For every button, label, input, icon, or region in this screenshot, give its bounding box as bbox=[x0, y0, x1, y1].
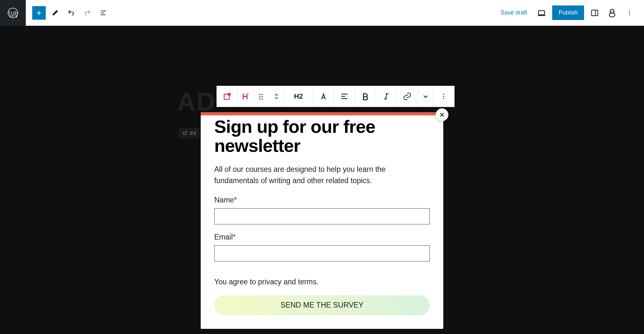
heading-block-button[interactable] bbox=[238, 86, 253, 107]
dots-vertical-icon bbox=[626, 9, 633, 17]
svg-point-12 bbox=[262, 94, 263, 95]
wordpress-icon bbox=[7, 7, 19, 19]
terms-text[interactable]: You agree to privacy and terms. bbox=[214, 278, 430, 286]
block-more-button[interactable] bbox=[433, 86, 454, 107]
link-icon bbox=[403, 92, 412, 101]
text-transform-button[interactable] bbox=[313, 86, 334, 107]
bold-button[interactable] bbox=[355, 86, 376, 107]
preview-button[interactable] bbox=[535, 6, 548, 20]
modal-accent-bar bbox=[201, 112, 443, 115]
svg-point-13 bbox=[259, 96, 261, 97]
save-draft-button[interactable]: Save draft bbox=[497, 7, 531, 19]
editor-topbar: Save draft Publish bbox=[0, 0, 644, 26]
sidebar-icon bbox=[591, 9, 599, 17]
dots-vertical-icon bbox=[439, 92, 448, 101]
wordpress-logo[interactable] bbox=[0, 0, 26, 26]
svg-point-6 bbox=[612, 11, 613, 12]
drag-handle[interactable] bbox=[253, 86, 269, 107]
device-icon bbox=[537, 8, 546, 17]
drag-icon bbox=[256, 92, 265, 101]
svg-point-8 bbox=[629, 12, 630, 13]
bg-edit-label: Ed bbox=[190, 130, 196, 136]
left-toolbar bbox=[26, 6, 110, 20]
email-input[interactable] bbox=[214, 245, 430, 261]
document-overview-button[interactable] bbox=[97, 6, 110, 20]
modal-body: Sign up for our free newsletter All of o… bbox=[201, 117, 443, 329]
letter-a-icon bbox=[319, 92, 328, 101]
background-edit-chip: Ed bbox=[178, 128, 200, 138]
close-button[interactable] bbox=[436, 108, 448, 121]
more-rich-text-button[interactable] bbox=[418, 86, 433, 107]
settings-sidebar-button[interactable] bbox=[588, 6, 601, 20]
right-toolbar: Save draft Publish bbox=[497, 5, 644, 20]
name-label: Name* bbox=[214, 196, 430, 204]
chevron-down-icon bbox=[421, 92, 430, 101]
yoast-button[interactable] bbox=[605, 6, 619, 20]
popup-block-icon bbox=[223, 92, 232, 101]
newsletter-popup: Sign up for our free newsletter All of o… bbox=[201, 112, 443, 329]
svg-point-11 bbox=[259, 94, 261, 95]
plus-icon bbox=[35, 9, 43, 17]
pencil-icon bbox=[51, 9, 59, 17]
svg-point-18 bbox=[443, 96, 444, 97]
italic-icon bbox=[382, 92, 391, 101]
svg-point-14 bbox=[262, 96, 263, 97]
block-type-button[interactable] bbox=[217, 86, 238, 107]
name-input[interactable] bbox=[214, 208, 430, 224]
bold-icon bbox=[361, 92, 370, 101]
external-icon bbox=[182, 131, 187, 136]
yoast-icon bbox=[607, 8, 617, 18]
move-up-down-button[interactable] bbox=[269, 86, 284, 107]
svg-point-15 bbox=[259, 98, 261, 100]
link-button[interactable] bbox=[397, 86, 418, 107]
modal-title[interactable]: Sign up for our free newsletter bbox=[214, 117, 430, 155]
undo-button[interactable] bbox=[64, 6, 78, 20]
heading-level-button[interactable]: H2 bbox=[284, 86, 313, 107]
add-block-button[interactable] bbox=[32, 6, 46, 20]
redo-icon bbox=[83, 9, 91, 17]
italic-button[interactable] bbox=[376, 86, 397, 107]
chevron-updown-icon bbox=[272, 92, 281, 101]
svg-point-7 bbox=[629, 10, 630, 11]
submit-button[interactable]: SEND ME THE SURVEY bbox=[214, 295, 430, 315]
more-options-button[interactable] bbox=[623, 6, 636, 20]
close-icon bbox=[439, 112, 445, 118]
undo-icon bbox=[67, 9, 75, 17]
modal-description[interactable]: All of our courses are designed to help … bbox=[214, 164, 430, 187]
list-icon bbox=[100, 9, 107, 17]
edit-mode-button[interactable] bbox=[48, 6, 62, 20]
svg-point-19 bbox=[443, 98, 444, 99]
svg-rect-2 bbox=[591, 10, 598, 15]
redo-button[interactable] bbox=[81, 6, 94, 20]
block-toolbar: H2 bbox=[216, 86, 455, 107]
svg-point-17 bbox=[443, 93, 444, 95]
svg-point-9 bbox=[629, 14, 630, 15]
heading-icon bbox=[241, 92, 250, 101]
align-left-icon bbox=[340, 92, 349, 101]
align-button[interactable] bbox=[334, 86, 355, 107]
svg-point-16 bbox=[262, 98, 263, 100]
email-label: Email* bbox=[214, 233, 430, 241]
svg-point-5 bbox=[611, 11, 612, 12]
editor-canvas[interactable]: AD Ed H2 bbox=[0, 26, 644, 334]
svg-rect-1 bbox=[539, 11, 545, 15]
publish-button[interactable]: Publish bbox=[552, 5, 584, 20]
